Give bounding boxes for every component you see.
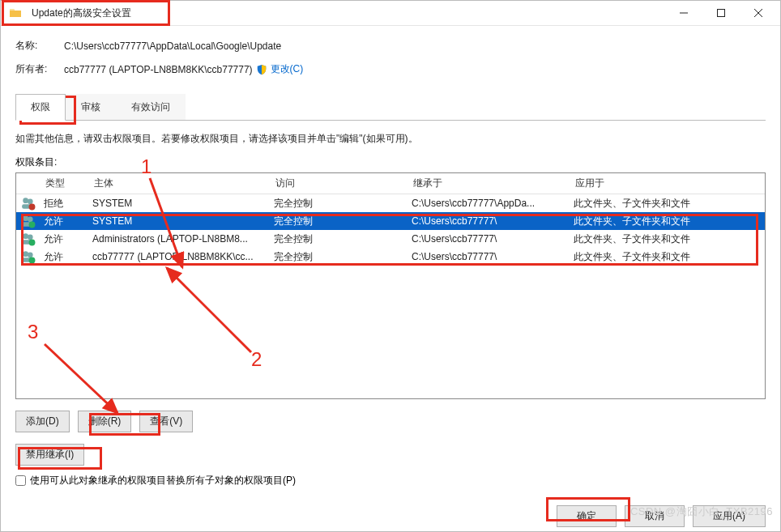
folder-icon [9,6,22,19]
table-row[interactable]: 允许ccb77777 (LAPTOP-LN8BM8KK\cc...完全控制C:\… [16,248,765,266]
annotation-number: 2 [251,348,262,371]
maximize-button[interactable] [702,1,740,25]
cell-inherited: C:\Users\ccb77777\ [412,233,574,245]
owner-value: ccb77777 (LAPTOP-LN8BM8KK\ccb77777) [64,64,253,75]
cell-inherited: C:\Users\ccb77777\AppDa... [412,198,574,209]
cell-principal: Administrators (LAPTOP-LN8BM8... [92,233,274,245]
name-label: 名称: [15,39,64,53]
owner-label: 所有者: [15,62,64,76]
svg-point-5 [23,215,28,221]
svg-point-16 [29,257,36,264]
svg-point-4 [29,204,36,211]
titlebar: Update的高级安全设置 [1,1,780,26]
cell-inherited: C:\Users\ccb77777\ [412,251,574,262]
apply-button[interactable]: 应用(A) [693,505,766,527]
principal-icon [21,249,36,264]
view-button[interactable]: 查看(V) [139,411,193,432]
table-row[interactable]: 拒绝SYSTEM完全控制C:\Users\ccb77777\AppDa...此文… [16,194,765,212]
cell-principal: SYSTEM [92,215,274,227]
name-value: C:\Users\ccb77777\AppData\Local\Google\U… [64,40,281,52]
replace-child-permissions-checkbox[interactable] [15,475,26,486]
cell-type: 允许 [44,232,92,246]
svg-point-10 [28,234,33,240]
col-inherited[interactable]: 继承于 [413,177,575,190]
minimize-button[interactable] [665,1,702,25]
cell-type: 允许 [44,250,92,264]
table-row[interactable]: 允许Administrators (LAPTOP-LN8BM8...完全控制C:… [16,230,765,248]
cell-inherited: C:\Users\ccb77777\ [412,215,574,227]
principal-icon [21,214,36,228]
replace-child-permissions-label: 使用可从此对象继承的权限项目替换所有子对象的权限项目(P) [30,474,296,487]
cell-type: 拒绝 [44,197,92,211]
svg-point-1 [23,198,28,203]
cell-applies: 此文件夹、子文件夹和文件 [574,250,765,264]
annotation-number: 1 [141,155,152,178]
tab-effective-access[interactable]: 有效访问 [116,94,186,121]
permission-entries-table: 类型 主体 访问 继承于 应用于 拒绝SYSTEM完全控制C:\Users\cc… [15,172,766,399]
annotation-number: 3 [28,321,38,343]
svg-point-9 [23,233,28,239]
tab-permissions[interactable]: 权限 [15,94,66,121]
ok-button[interactable]: 确定 [557,505,617,527]
tab-strip: 权限 审核 有效访问 [15,94,766,121]
principal-icon [21,196,36,211]
svg-point-14 [28,252,33,257]
remove-button[interactable]: 删除(R) [78,411,132,432]
add-button[interactable]: 添加(D) [15,411,70,432]
entries-label: 权限条目: [15,155,766,169]
col-type[interactable]: 类型 [45,177,94,190]
cell-access: 完全控制 [274,232,412,246]
svg-point-12 [29,240,36,246]
cell-principal: SYSTEM [92,198,274,209]
close-button[interactable] [740,1,777,25]
window-title: Update的高级安全设置 [27,3,136,23]
shield-icon [256,64,267,75]
svg-rect-0 [718,10,725,17]
cell-access: 完全控制 [274,215,412,228]
change-owner-link[interactable]: 更改(C) [271,62,304,76]
cancel-button[interactable]: 取消 [625,505,685,527]
svg-point-13 [23,251,28,257]
col-principal[interactable]: 主体 [94,177,275,190]
svg-point-6 [28,216,33,222]
cell-access: 完全控制 [274,197,412,211]
cell-applies: 此文件夹、子文件夹和文件 [574,215,765,228]
security-dialog: Update的高级安全设置 名称: C:\Users\ccb77777\AppD… [0,0,781,532]
help-text: 如需其他信息，请双击权限项目。若要修改权限项目，请选择该项目并单击"编辑"(如果… [15,132,766,146]
cell-applies: 此文件夹、子文件夹和文件 [574,197,765,211]
principal-icon [21,232,36,246]
svg-point-8 [29,222,36,228]
svg-point-2 [28,198,33,204]
col-applies[interactable]: 应用于 [575,177,765,190]
col-access[interactable]: 访问 [275,177,413,190]
table-row[interactable]: 允许SYSTEM完全控制C:\Users\ccb77777\此文件夹、子文件夹和… [16,212,765,230]
cell-type: 允许 [44,215,92,228]
cell-access: 完全控制 [274,250,412,264]
disable-inheritance-button[interactable]: 禁用继承(I) [15,444,84,466]
tab-auditing[interactable]: 审核 [66,94,116,121]
cell-principal: ccb77777 (LAPTOP-LN8BM8KK\cc... [92,251,274,262]
cell-applies: 此文件夹、子文件夹和文件 [574,232,765,246]
